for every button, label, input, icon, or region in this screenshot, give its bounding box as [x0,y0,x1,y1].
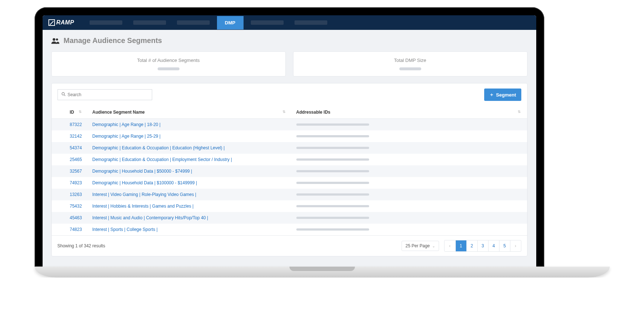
table-row: 32567Demographic | Household Data | $500… [52,165,527,177]
segment-name-link[interactable]: Demographic | Education & Occupation | E… [92,157,232,162]
segment-id-link[interactable]: 13263 [70,192,82,197]
search-icon [62,92,66,97]
segment-id-link[interactable]: 74923 [70,180,82,185]
addressable-skeleton [296,182,369,184]
table-row: 32142Demographic | Age Range | 25-29 | [52,130,527,142]
segment-name-link[interactable]: Interest | Music and Audio | Contemporar… [92,215,208,220]
table-row: 87322Demographic | Age Range | 18-20 | [52,119,527,131]
segments-table-panel: ＋ Segment ID⇅ Audience Segment Name⇅ Add… [51,83,528,256]
addressable-skeleton [296,170,369,172]
users-icon [51,38,59,44]
stat-label: Total # of Audience Segments [58,58,280,63]
table-row: 74923Demographic | Household Data | $100… [52,177,527,189]
stat-label: Total DMP Size [299,58,521,63]
svg-line-3 [64,95,65,96]
column-header-addressable[interactable]: Addressable IDs⇅ [292,106,527,119]
segment-id-link[interactable]: 54374 [70,145,82,150]
sort-icon: ⇅ [518,110,521,114]
pagination-page-1[interactable]: 1 [455,240,466,251]
addressable-skeleton [296,147,369,149]
addressable-skeleton [296,123,369,126]
table-row: 75432Interest | Hobbies & Interests | Ga… [52,200,527,212]
column-header-name[interactable]: Audience Segment Name⇅ [88,106,292,119]
table-toolbar: ＋ Segment [52,83,527,106]
stat-card-dmp-size: Total DMP Size [293,51,528,76]
svg-point-1 [56,38,58,40]
sort-icon: ⇅ [283,110,285,114]
segment-id-link[interactable]: 32567 [70,169,82,174]
column-header-id[interactable]: ID⇅ [52,106,88,119]
svg-point-0 [52,38,55,40]
segment-id-link[interactable]: 75432 [70,204,82,209]
nav-item-placeholder[interactable] [86,16,126,30]
stats-row: Total # of Audience Segments Total DMP S… [51,51,528,76]
addressable-skeleton [296,135,369,137]
nav-item-placeholder[interactable] [173,16,213,30]
segment-id-link[interactable]: 32142 [70,134,82,139]
logo-icon [48,19,55,26]
table-row: 54374Demographic | Education & Occupatio… [52,142,527,154]
table-row: 45463Interest | Music and Audio | Contem… [52,212,527,224]
nav-item-dmp[interactable]: DMP [217,16,244,30]
segment-id-link[interactable]: 87322 [70,122,82,127]
content: Manage Audience Segments Total # of Audi… [43,30,536,263]
pagination: ‹ 12345 › [444,240,521,252]
sort-icon: ⇅ [79,110,82,114]
addressable-skeleton [296,205,369,207]
addressable-skeleton [296,217,369,219]
table-footer: Showing 1 of 342 results 25 Per Page ⌄ ‹… [52,235,527,256]
top-nav: RAMP DMP [43,15,536,30]
segment-id-link[interactable]: 25465 [70,157,82,162]
segment-name-link[interactable]: Demographic | Education & Occupation | E… [92,145,225,150]
per-page-selector[interactable]: 25 Per Page ⌄ [402,241,439,251]
pagination-page-2[interactable]: 2 [466,240,477,251]
pagination-page-5[interactable]: 5 [499,240,510,251]
app-viewport: RAMP DMP Manage Audience Segments Tot [43,15,536,267]
segment-name-link[interactable]: Interest | Sports | College Sports | [92,227,158,232]
nav-item-placeholder[interactable] [291,16,331,30]
segments-table: ID⇅ Audience Segment Name⇅ Addressable I… [52,106,527,235]
per-page-label: 25 Per Page [406,243,430,248]
search-input[interactable] [68,92,148,97]
segment-name-link[interactable]: Interest | Hobbies & Interests | Games a… [92,204,194,209]
brand-logo: RAMP [48,19,74,26]
pagination-page-3[interactable]: 3 [477,240,488,251]
add-segment-button[interactable]: ＋ Segment [484,89,521,101]
addressable-skeleton [296,193,369,196]
addressable-skeleton [296,158,369,161]
segment-name-link[interactable]: Demographic | Household Data | $100000 -… [92,180,197,185]
search-input-wrapper[interactable] [58,89,152,100]
segment-name-link[interactable]: Demographic | Age Range | 18-20 | [92,122,161,127]
table-row: 74823Interest | Sports | College Sports … [52,224,527,235]
svg-point-2 [62,93,64,95]
brand-text: RAMP [56,19,74,26]
pagination-prev[interactable]: ‹ [445,240,455,251]
stat-value-skeleton [399,67,421,70]
addressable-skeleton [296,228,369,231]
results-summary: Showing 1 of 342 results [58,243,105,248]
plus-icon: ＋ [489,91,494,98]
segment-id-link[interactable]: 74823 [70,227,82,232]
table-row: 13263Interest | Video Gaming | Role-Play… [52,189,527,200]
chevron-down-icon: ⌄ [432,244,435,248]
nav-item-placeholder[interactable] [130,16,170,30]
add-segment-label: Segment [496,92,516,98]
page-title-text: Manage Audience Segments [64,36,162,45]
nav-item-placeholder[interactable] [247,16,287,30]
pagination-next[interactable]: › [510,240,521,251]
laptop-frame: RAMP DMP Manage Audience Segments Tot [35,7,544,267]
page-header: Manage Audience Segments [51,36,528,45]
segment-name-link[interactable]: Demographic | Household Data | $50000 - … [92,169,192,174]
stat-value-skeleton [158,67,179,70]
nav-items: DMP [86,16,331,30]
pagination-page-4[interactable]: 4 [488,240,499,251]
table-row: 25465Demographic | Education & Occupatio… [52,154,527,165]
stat-card-segments: Total # of Audience Segments [51,51,286,76]
segment-id-link[interactable]: 45463 [70,215,82,220]
laptop-base [35,267,610,278]
segment-name-link[interactable]: Interest | Video Gaming | Role-Playing V… [92,192,197,197]
segment-name-link[interactable]: Demographic | Age Range | 25-29 | [92,134,161,139]
